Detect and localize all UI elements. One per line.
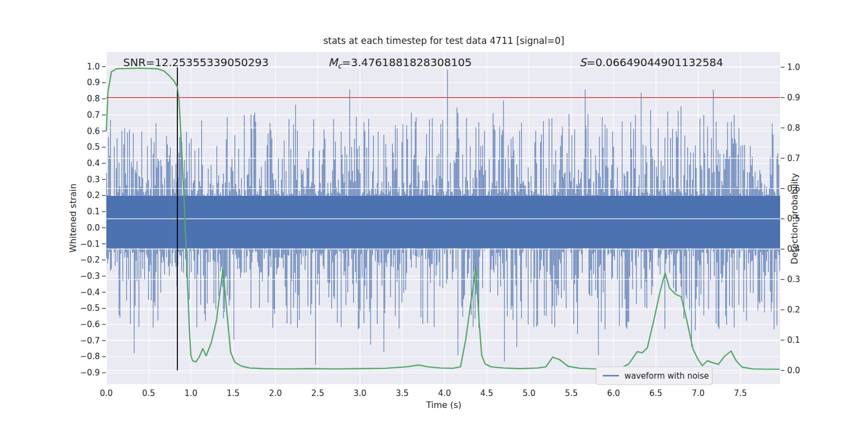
y-left-tick-label: −0.6 <box>80 320 100 329</box>
x-tick-label: 2.5 <box>311 388 324 398</box>
y-left-tick-label: 0.2 <box>87 190 100 200</box>
y-left-ticks: 1.00.90.80.70.60.50.40.30.20.10.0−0.1−0.… <box>80 62 106 378</box>
x-tick-label: 7.5 <box>734 388 747 398</box>
y-left-tick-label: −0.2 <box>80 255 100 265</box>
x-ticks: 0.00.51.01.52.02.53.03.54.04.55.05.56.06… <box>100 388 747 398</box>
x-tick-label: 1.5 <box>227 388 240 398</box>
snr-annotation: SNR=12.25355339050293 <box>123 56 269 69</box>
y-left-tick-label: −0.5 <box>80 303 100 313</box>
y-right-tick-label: 0.2 <box>787 305 800 315</box>
x-tick-label: 7.0 <box>692 388 705 398</box>
x-tick-label: 5.5 <box>565 388 578 398</box>
y-left-tick-label: 1.0 <box>87 62 100 72</box>
x-tick-label: 0.5 <box>142 388 155 398</box>
chirp-mass-symbol: M <box>328 56 339 69</box>
y-left-tick-label: 0.8 <box>87 94 100 104</box>
x-tick-label: 2.0 <box>269 388 282 398</box>
legend[interactable]: waveform with noise <box>596 367 712 385</box>
y-left-tick-label: −0.4 <box>80 288 100 297</box>
y-left-tick-label: 0.1 <box>87 207 100 216</box>
s-stat-value: =0.06649044901132584 <box>586 56 723 69</box>
x-tick-label: 5.0 <box>522 388 535 398</box>
chirp-mass-value: =3.4761881828308105 <box>342 56 471 69</box>
y-right-tick-label: 0.3 <box>787 275 800 284</box>
y-right-tick-label: 0.9 <box>787 93 800 103</box>
y-left-tick-label: 0.9 <box>87 78 100 87</box>
y-left-tick-label: −0.1 <box>80 239 100 249</box>
y-right-axis-label: Detection probability <box>789 173 800 264</box>
y-left-tick-label: −0.3 <box>80 271 100 281</box>
chirp-mass-annotation: Mc=3.4761881828308105 <box>328 56 471 70</box>
y-right-tick-label: 0.1 <box>787 335 800 345</box>
y-left-tick-label: 0.6 <box>87 126 100 136</box>
x-tick-label: 0.0 <box>100 388 113 398</box>
chart-canvas: 1.00.90.80.70.60.50.40.30.20.10.0−0.1−0.… <box>0 0 868 434</box>
chart-title: stats at each timestep for test data 471… <box>323 35 564 46</box>
y-left-tick-label: 0.0 <box>87 223 100 233</box>
y-right-tick-label: 0.7 <box>787 154 800 163</box>
x-tick-label: 3.0 <box>354 388 367 398</box>
legend-label: waveform with noise <box>624 371 709 381</box>
x-tick-label: 6.5 <box>649 388 662 398</box>
x-tick-label: 1.0 <box>184 388 197 398</box>
x-tick-label: 6.0 <box>607 388 620 398</box>
y-right-tick-label: 0.8 <box>787 123 800 133</box>
y-left-tick-label: 0.4 <box>87 158 100 168</box>
x-tick-label: 3.5 <box>395 388 409 398</box>
y-left-tick-label: 0.5 <box>87 142 100 152</box>
x-axis-label: Time (s) <box>425 400 461 410</box>
y-left-tick-label: −0.8 <box>80 352 100 361</box>
y-left-tick-label: 0.3 <box>87 175 100 184</box>
y-right-tick-label: 1.0 <box>787 62 800 72</box>
y-right-tick-label: 0.0 <box>787 366 800 375</box>
y-left-tick-label: 0.7 <box>87 110 100 120</box>
x-tick-label: 4.5 <box>480 388 493 398</box>
s-stat-annotation: S=0.06649044901132584 <box>579 56 723 69</box>
y-left-axis-label: Whitened strain <box>68 183 78 252</box>
y-left-tick-label: −0.7 <box>80 336 100 346</box>
x-tick-label: 4.0 <box>438 388 451 398</box>
figure: 1.00.90.80.70.60.50.40.30.20.10.0−0.1−0.… <box>0 0 868 434</box>
y-left-tick-label: −0.9 <box>80 368 100 378</box>
